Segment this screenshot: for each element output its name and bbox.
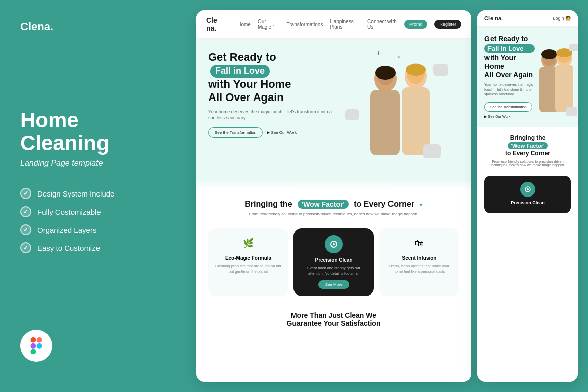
eco-desc: Cleaning products that are tough on dirt… (214, 264, 282, 274)
svg-rect-2 (30, 343, 36, 349)
eco-icon: 🌿 (240, 235, 256, 251)
feature-label-4: Easy to Customize (37, 244, 100, 252)
check-icon-1 (20, 188, 31, 199)
eco-title: Eco-Magic Formula (214, 255, 282, 261)
feature-item-3: Organized Layers (20, 224, 166, 235)
desktop-preview: Cle na. Home Our Magic ˅ Transformations… (196, 10, 471, 382)
sparkle-1: ✦ (396, 54, 401, 61)
mobile-hero-text: Get Ready to Fall in Love with Your Home… (484, 35, 535, 119)
svg-point-12 (406, 64, 426, 76)
svg-rect-0 (30, 337, 36, 343)
mobile-hero-title: Get Ready to Fall in Love with Your Home… (484, 35, 535, 79)
guarantee-title: More Than Just Clean We Guarantee Your S… (208, 311, 459, 327)
mobile-hero-subtitle: Your home deserves the magic touch – let… (484, 82, 535, 97)
wow-section: Bringing the 'Wow Factor' to Every Corne… (196, 189, 471, 221)
svg-rect-26 (569, 44, 578, 51)
wave-transition (196, 179, 471, 189)
feature-label-1: Design System Include (37, 189, 114, 198)
scent-desc: Fresh, clean aromas that make your home … (385, 264, 453, 274)
card-scent: 🛍 Scent Infusion Fresh, clean aromas tha… (379, 228, 459, 296)
precision-desc: Every nook and cranny gets our attention… (300, 266, 368, 276)
mobile-hero-highlight: Fall in Love (484, 44, 535, 53)
mobile-preview: Cle na. Login 🧑 Get Ready to Fall in Lov… (477, 10, 578, 382)
mobile-wow-title: Bringing the 'Wow Factor' to Every Corne… (484, 134, 571, 158)
wow-subtitle: From eco-friendly solutions to precision… (208, 212, 459, 216)
brand-name: Clena. (20, 20, 166, 33)
feature-label-3: Organized Layers (37, 226, 96, 234)
hero-text: Get Ready to Fall in Love with Your Home… (208, 51, 339, 138)
scent-title: Scent Infusion (385, 255, 453, 261)
nav-links: Home Our Magic ˅ Transformations Happine… (237, 19, 461, 30)
mobile-login[interactable]: Login 🧑 (553, 16, 571, 21)
mobile-wow: Bringing the 'Wow Factor' to Every Corne… (477, 127, 578, 171)
mobile-nav: Cle na. Login 🧑 (477, 10, 578, 27)
register-button[interactable]: Register (434, 20, 461, 29)
hero-section: Get Ready to Fall in Love with Your Home… (196, 39, 471, 179)
product-title: Home Cleaning (20, 109, 166, 155)
hero-subtitle: Your home deserves the magic touch – let… (208, 109, 339, 121)
check-icon-4 (20, 242, 31, 253)
check-icon-2 (20, 206, 31, 217)
features-list: Design System Include Fully Costomizable… (20, 188, 166, 260)
check-icon-3 (20, 224, 31, 235)
guarantee-section: More Than Just Clean We Guarantee Your S… (196, 303, 471, 333)
svg-rect-23 (555, 65, 573, 112)
mobile-dark-card-title: Precision Clean (491, 200, 565, 205)
svg-rect-4 (30, 349, 36, 354)
feature-item-4: Easy to Customize (20, 242, 166, 253)
card-eco: 🌿 Eco-Magic Formula Cleaning products th… (208, 228, 288, 296)
left-panel: Clena. Home Cleaning Landing Page templa… (0, 0, 186, 392)
work-button[interactable]: ▶ See Our Work (267, 127, 297, 138)
svg-rect-14 (423, 144, 441, 158)
svg-point-3 (37, 343, 42, 349)
nav-home[interactable]: Home (237, 22, 251, 27)
svg-rect-1 (37, 337, 42, 343)
main-area: Cle na. Home Our Magic ˅ Transformations… (186, 0, 588, 392)
women-illustration (340, 49, 461, 179)
target-icon (330, 240, 338, 248)
deco-plus-1: + (376, 49, 381, 58)
svg-rect-13 (433, 64, 448, 76)
mobile-dark-card: Precision Clean (484, 176, 571, 213)
figma-icon (27, 337, 45, 355)
product-subtitle: Landing Page template (20, 159, 166, 168)
mobile-hero: Get Ready to Fall in Love with Your Home… (477, 27, 578, 127)
feature-item-1: Design System Include (20, 188, 166, 199)
scent-icon: 🛍 (411, 235, 427, 251)
svg-point-8 (375, 66, 396, 80)
feature-label-2: Fully Costomizable (37, 208, 101, 216)
feature-item-2: Fully Costomizable (20, 206, 166, 217)
wow-highlight: 'Wow Factor' (298, 200, 349, 209)
hero-buttons: See the Transformation ▶ See Our Work (208, 127, 339, 138)
svg-point-17 (333, 243, 335, 245)
svg-rect-6 (370, 90, 400, 155)
promo-button[interactable]: Promo (404, 20, 428, 29)
nav-magic[interactable]: Our Magic ˅ (258, 19, 280, 30)
preview-logo: Cle na. (206, 16, 227, 32)
preview-nav: Cle na. Home Our Magic ˅ Transformations… (196, 10, 471, 39)
mobile-wow-subtitle: From eco-friendly solutions to precision… (484, 160, 571, 167)
hero-title: Get Ready to Fall in Love with Your Home… (208, 51, 339, 105)
mobile-wow-highlight: 'Wow Factor' (508, 142, 547, 149)
svg-point-21 (541, 49, 557, 59)
mobile-transform-button[interactable]: See the Transformation (484, 102, 532, 112)
nav-plans[interactable]: Happiness Plans (330, 19, 360, 30)
precision-icon (325, 235, 343, 253)
nav-connect[interactable]: Connect with Us (367, 19, 397, 30)
hero-highlight: Fall in Love (210, 65, 270, 78)
transform-button[interactable]: See the Transformation (208, 127, 263, 138)
mobile-women-svg (530, 42, 578, 127)
svg-rect-15 (345, 109, 359, 120)
wow-title: Bringing the 'Wow Factor' to Every Corne… (208, 200, 459, 209)
mobile-target-icon (524, 186, 531, 193)
mobile-logo: Cle na. (484, 15, 503, 21)
figma-badge (20, 330, 52, 362)
svg-point-29 (527, 188, 529, 190)
mobile-women-image (530, 42, 578, 127)
see-more-button[interactable]: See More (318, 280, 350, 289)
precision-title: Precision Clean (300, 257, 368, 263)
nav-transform[interactable]: Transformations (287, 22, 323, 27)
mobile-precision-icon (520, 182, 535, 197)
mobile-work-button[interactable]: ▶ See Our Work (484, 115, 510, 119)
svg-rect-27 (566, 107, 577, 116)
